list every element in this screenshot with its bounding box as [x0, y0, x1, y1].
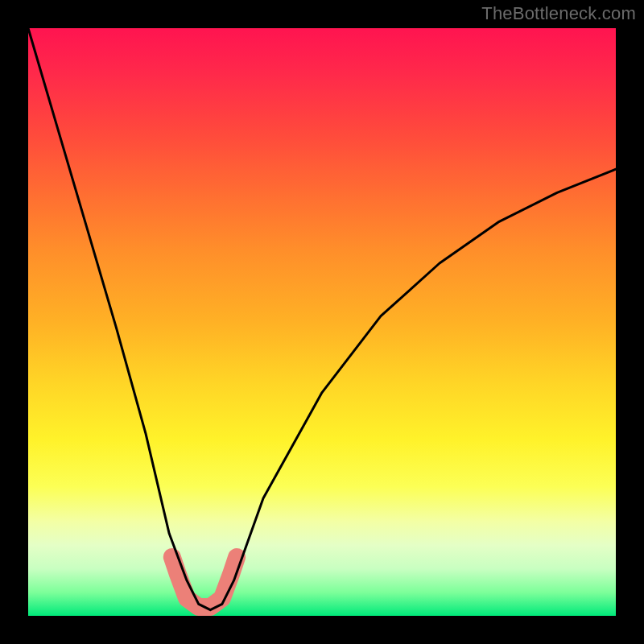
watermark-text: TheBottleneck.com — [481, 3, 636, 24]
black-curve-path — [28, 28, 616, 610]
curve-svg — [28, 28, 616, 616]
chart-frame: TheBottleneck.com — [0, 0, 644, 644]
plot-area — [28, 28, 616, 616]
